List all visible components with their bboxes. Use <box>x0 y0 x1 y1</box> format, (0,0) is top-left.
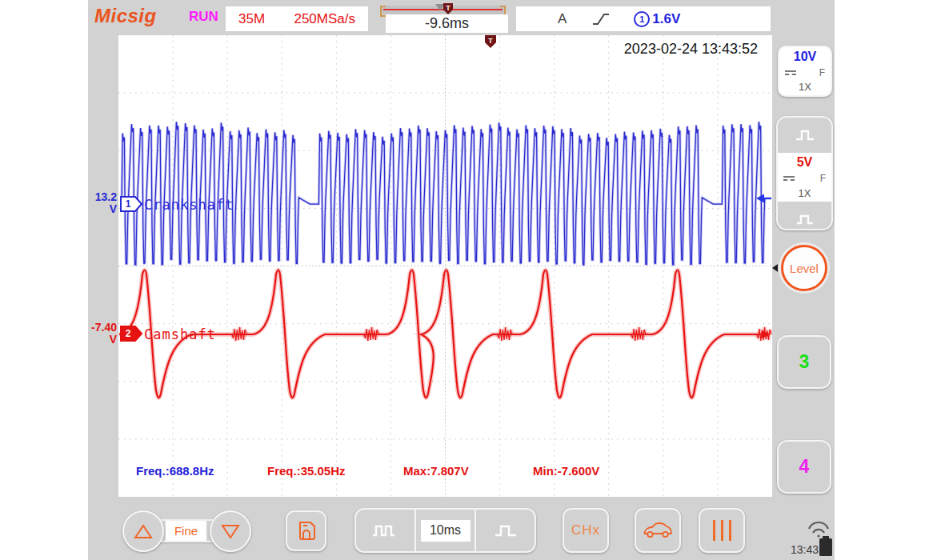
timebase-cell[interactable]: 10ms <box>414 510 475 551</box>
car-icon <box>642 520 674 541</box>
level-knob[interactable]: Level <box>781 245 827 291</box>
automotive-button[interactable] <box>635 508 681 553</box>
ch2-tag[interactable]: 2 <box>120 326 142 342</box>
trigger-position-readout[interactable]: -9.6ms <box>386 14 508 33</box>
memory-depth: 35M <box>238 11 265 27</box>
acquisition-info-box[interactable]: 35M 250MSa/s <box>226 6 368 31</box>
run-status[interactable]: RUN <box>189 9 218 25</box>
ch1-attenuation: 1X <box>785 81 825 93</box>
menu-button[interactable] <box>699 508 745 553</box>
chx-label: CHx <box>571 522 600 538</box>
level-pointer-icon <box>772 264 778 272</box>
svg-text:T: T <box>488 37 493 45</box>
ch1-probe-button[interactable]: 10V F 1X <box>778 46 832 97</box>
ch2-control-group: 5V F 1X <box>776 116 833 230</box>
trigger-source-level: 1 1.6V <box>634 11 680 27</box>
screenshot-root: { "topbar": { "logo": "Micsig", "acq_sta… <box>0 0 925 560</box>
timebase-readout[interactable]: 10ms <box>421 520 471 542</box>
trigger-level-value: 1.6V <box>652 11 680 27</box>
save-icon <box>294 519 318 543</box>
ch2-scale-down-button[interactable] <box>778 202 831 230</box>
ch2-scale-label: -7.40 V <box>88 322 117 346</box>
datetime-readout: 2023-02-24 13:43:52 <box>624 41 758 58</box>
down-triangle-icon <box>220 522 241 540</box>
timebase-group: 10ms <box>354 508 536 553</box>
ch3-button[interactable]: 3 <box>777 335 831 389</box>
dc-coupling-icon <box>783 176 795 181</box>
ch2-name-label[interactable]: Camshaft <box>144 326 216 342</box>
ch1-name-label[interactable]: Crankshaft <box>144 197 234 213</box>
ch1-scale-label: 13.2 V <box>88 191 117 215</box>
oscilloscope-app: Micsig RUN 35M 250MSa/s T -9.6ms A 1 1.6… <box>88 0 835 560</box>
increase-button[interactable] <box>122 510 164 552</box>
waveform-display[interactable]: 2023-02-24 13:43:52 T 1 Crankshaft 2 Cam… <box>118 35 772 497</box>
pulse-icon <box>795 213 815 226</box>
battery-icon <box>819 536 833 557</box>
ch2-attenuation: 1X <box>783 187 826 199</box>
timebase-faster-button[interactable] <box>475 510 535 551</box>
ch2-bw-label: F <box>820 173 826 184</box>
svg-text:1: 1 <box>126 198 131 210</box>
ch1-tag[interactable]: 1 <box>120 196 142 212</box>
sample-rate: 250MSa/s <box>294 11 355 27</box>
ch1-bw-label: F <box>819 67 825 78</box>
trigger-position-marker-icon[interactable]: T <box>485 35 496 48</box>
save-button[interactable] <box>286 510 326 551</box>
waveform-canvas[interactable] <box>118 35 772 497</box>
ch4-button[interactable]: 4 <box>777 440 831 494</box>
measurement-ch2-min: Min:-7.600V <box>533 464 599 478</box>
timebase-slower-button[interactable] <box>356 510 414 551</box>
trigger-mode: A <box>558 11 567 27</box>
timebase-scrollbar[interactable]: T <box>380 6 506 14</box>
trigger-settings-box[interactable]: A 1 1.6V <box>516 6 771 31</box>
up-triangle-icon <box>133 522 154 540</box>
ch1-scale-value: 10V <box>785 50 825 64</box>
single-pulse-icon <box>493 522 519 538</box>
ch2-scale-up-button[interactable] <box>778 118 831 153</box>
double-pulse-icon <box>371 522 400 538</box>
timeline-left-bracket <box>380 6 386 17</box>
rising-edge-icon <box>591 11 611 27</box>
chx-button[interactable]: CHx <box>563 508 609 553</box>
measurement-ch2-freq: Freq.:35.05Hz <box>267 464 346 478</box>
decrease-button[interactable] <box>210 510 251 552</box>
dc-coupling-icon <box>785 70 796 75</box>
svg-text:T: T <box>446 4 450 12</box>
clock-readout: 13:43 <box>791 543 819 556</box>
pulse-icon <box>793 128 817 142</box>
fine-adjust-label[interactable]: Fine <box>166 521 206 541</box>
channel-1-badge-icon: 1 <box>634 11 650 27</box>
bars-icon <box>713 520 731 541</box>
timeline-trigger-icon[interactable]: T <box>443 3 453 14</box>
svg-text:2: 2 <box>126 328 131 339</box>
ch2-probe-button[interactable]: 5V F 1X <box>778 153 831 202</box>
measurement-ch2-max: Max:7.807V <box>403 464 469 478</box>
measurement-ch1-freq: Freq.:688.8Hz <box>136 464 214 478</box>
micsig-logo: Micsig <box>94 5 157 27</box>
ch2-scale-value: 5V <box>783 155 826 170</box>
